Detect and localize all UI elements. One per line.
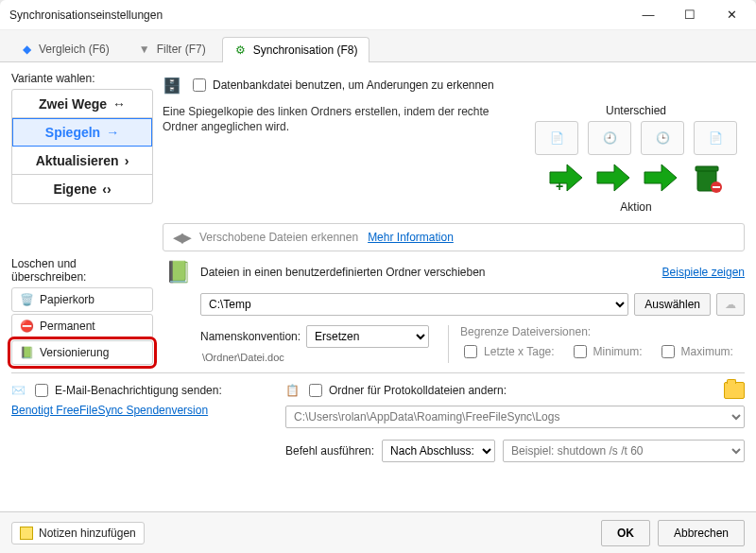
email-checkbox[interactable]: E-Mail-Benachrichtigung senden:	[31, 381, 222, 400]
maximize-button[interactable]: ☐	[669, 2, 711, 28]
aktion-label: Aktion	[620, 200, 651, 214]
tab-compare[interactable]: ◆ Vergleich (F6)	[8, 36, 122, 61]
unterschied-label: Unterschied	[606, 104, 666, 117]
svg-marker-2	[597, 164, 629, 191]
titlebar: Synchronisationseinstellungen — ☐ ✕	[0, 0, 756, 30]
delete-versioning-label: Versionierung	[40, 346, 109, 359]
minimize-button[interactable]: —	[627, 2, 669, 28]
svg-rect-7	[713, 186, 720, 188]
tab-filter[interactable]: ▼ Filter (F7)	[126, 36, 218, 61]
proto-checkbox-label: Ordner für Protokolldateien andern:	[329, 384, 507, 397]
command-when-select[interactable]: Nach Abschluss:	[382, 440, 495, 462]
database-icon: 🗄️	[163, 77, 181, 95]
delete-section: Loschen und überschreiben: 🗑️ Papierkorb…	[0, 251, 756, 365]
examples-link[interactable]: Beispiele zeigen	[662, 266, 745, 279]
naming-left: Namenskonvention: Ersetzen \Ordner\Datei…	[200, 325, 429, 363]
svg-rect-5	[696, 166, 718, 171]
desc-actions: Eine Spiegelkopie des linken Ordners ers…	[163, 104, 745, 214]
cloud-button[interactable]: ☁	[716, 293, 745, 316]
naming-select[interactable]: Ersetzen	[306, 325, 429, 348]
donation-link[interactable]: Benotigt FreeFileSync Spendenversion	[11, 404, 208, 417]
delete-left: Loschen und überschreiben: 🗑️ Papierkorb…	[11, 257, 153, 365]
custom-icon: ‹›	[102, 181, 111, 197]
open-log-folder-button[interactable]	[724, 382, 745, 399]
delete-permanent[interactable]: ⛔ Permanent	[11, 314, 153, 338]
variant-update[interactable]: Aktualisieren ›	[12, 147, 152, 175]
footer-right: OK Abbrechen	[601, 520, 745, 546]
proto-checkbox-input[interactable]	[309, 384, 322, 397]
upper-right: 🗄️ Datenbankdatei benutzen, um Anderunge…	[163, 72, 745, 251]
diff-newer-left-icon[interactable]: 🕘	[588, 121, 631, 155]
versioning-desc: Dateien in einen benutzerdefinierten Ord…	[200, 266, 486, 279]
action-delete-icon[interactable]	[688, 159, 726, 197]
cancel-button[interactable]: Abbrechen	[658, 520, 745, 546]
browse-button[interactable]: Auswählen	[634, 293, 711, 316]
versioning-folder-icon: 📗	[163, 257, 193, 287]
limits-title: Begrenze Dateiversionen:	[460, 325, 745, 338]
ok-button[interactable]: OK	[601, 520, 650, 546]
diff-newer-right-icon[interactable]: 🕒	[641, 121, 684, 155]
limit-min[interactable]: Minimum:	[570, 342, 643, 361]
email-checkbox-input[interactable]	[35, 384, 48, 397]
database-checkbox-input[interactable]	[193, 78, 206, 92]
variant-mirror-label: Spiegeln	[45, 125, 100, 140]
tab-filter-label: Filter (F7)	[157, 43, 206, 56]
limit-min-checkbox[interactable]	[574, 345, 587, 358]
delete-label: Loschen und überschreiben:	[11, 257, 153, 284]
action-update-right-icon[interactable]	[641, 159, 679, 197]
limit-days[interactable]: Letzte x Tage:	[460, 342, 555, 361]
variant-mirror[interactable]: Spiegeln →	[12, 118, 152, 147]
versioning-desc-row: Dateien in einen benutzerdefinierten Ord…	[200, 266, 745, 279]
moved-info-link[interactable]: Mehr Information	[368, 231, 454, 244]
proto-right: 📋 Ordner für Protokolldateien andern: C:…	[285, 381, 745, 462]
tab-sync-label: Synchronisation (F8)	[253, 43, 358, 57]
variant-two-way[interactable]: Zwei Wege ↔	[12, 90, 152, 118]
cloud-icon: ☁	[725, 298, 736, 311]
moved-arrows-icon: ◀▶	[173, 230, 190, 245]
permanent-icon: ⛔	[20, 320, 34, 333]
delete-recycle[interactable]: 🗑️ Papierkorb	[11, 287, 153, 312]
variant-update-label: Aktualisieren	[36, 153, 119, 168]
moved-text: Verschobene Dateien erkennen	[199, 231, 358, 244]
naming-hint: \Ordner\Datei.doc	[202, 352, 429, 363]
delete-versioning[interactable]: 📗 Versionierung	[11, 340, 153, 365]
mail-icon: ✉️	[11, 384, 26, 397]
diff-row: 📄 🕘 🕒 📄	[535, 121, 737, 155]
versioning-path-input[interactable]: C:\Temp	[200, 293, 628, 316]
limit-max-checkbox[interactable]	[662, 345, 675, 358]
command-example-select[interactable]: Beispiel: shutdown /s /t 60	[503, 440, 745, 462]
limit-days-checkbox[interactable]	[464, 345, 477, 358]
diff-new-right-icon[interactable]: 📄	[694, 121, 737, 155]
close-button[interactable]: ✕	[711, 2, 752, 28]
database-checkbox[interactable]: Datenbankdatei benutzen, um Anderungen z…	[189, 76, 494, 95]
gear-icon: ⚙	[234, 43, 248, 57]
notes-button[interactable]: Notizen hinzufügen	[11, 522, 145, 544]
diff-new-left-icon[interactable]: 📄	[535, 121, 578, 155]
two-way-icon: ↔	[112, 96, 126, 112]
svg-marker-3	[644, 164, 677, 191]
proto-checkbox[interactable]: Ordner für Protokolldateien andern:	[305, 381, 507, 400]
variant-two-way-label: Zwei Wege	[39, 96, 107, 112]
proto-path-input[interactable]: C:\Users\rolan\AppData\Roaming\FreeFileS…	[285, 406, 745, 428]
action-update-left-icon[interactable]	[593, 159, 631, 197]
variant-description: Eine Spiegelkopie des linken Ordners ers…	[163, 104, 518, 214]
compare-icon: ◆	[20, 43, 33, 56]
log-icon: 📋	[285, 384, 300, 397]
naming-label: Namenskonvention:	[200, 330, 301, 343]
action-row: +	[546, 159, 726, 197]
tab-sync[interactable]: ⚙ Synchronisation (F8)	[222, 37, 370, 62]
recycle-icon: 🗑️	[20, 293, 34, 306]
notes-label: Notizen hinzufügen	[39, 527, 136, 540]
versioning-path-row: C:\Temp Auswählen ☁	[200, 293, 745, 316]
window-title: Synchronisationseinstellungen	[9, 9, 163, 22]
delete-list: 🗑️ Papierkorb ⛔ Permanent 📗 Versionierun…	[11, 287, 153, 365]
tab-bar: ◆ Vergleich (F6) ▼ Filter (F7) ⚙ Synchro…	[0, 30, 756, 62]
variant-custom[interactable]: Eigene ‹›	[12, 175, 152, 203]
upper-section: Variante wahlen: Zwei Wege ↔ Spiegeln → …	[0, 62, 756, 251]
tab-compare-label: Vergleich (F6)	[39, 43, 110, 56]
email-proto-section: ✉️ E-Mail-Benachrichtigung senden: Benot…	[11, 372, 745, 462]
limit-max[interactable]: Maximum:	[658, 342, 733, 361]
action-create-icon[interactable]: +	[546, 159, 584, 197]
delete-recycle-label: Papierkorb	[40, 293, 94, 306]
delete-permanent-label: Permanent	[40, 320, 95, 333]
